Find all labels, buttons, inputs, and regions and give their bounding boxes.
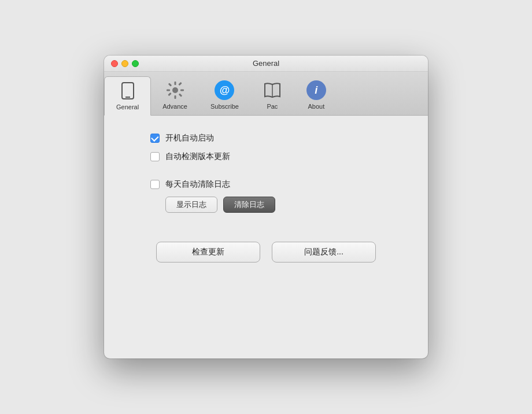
auto-clear-label: 每天自动清除日志 [165,179,230,190]
svg-rect-0 [122,83,134,99]
svg-rect-7 [168,83,171,86]
svg-point-2 [172,87,178,93]
tab-subscribe[interactable]: @ Subscribe [199,76,250,115]
maximize-button[interactable] [132,60,139,67]
show-log-button[interactable]: 显示日志 [165,197,217,213]
svg-rect-5 [167,90,170,91]
svg-rect-6 [180,90,184,91]
close-button[interactable] [111,60,118,67]
auto-update-checkbox[interactable] [150,152,160,161]
tab-advance[interactable]: Advance [151,76,199,115]
svg-rect-10 [178,82,182,86]
auto-update-label: 自动检测版本更新 [165,151,230,162]
content-area: 开机自动启动 自动检测版本更新 每天自动清除日志 显示日志 清除日志 检查更新 … [104,116,428,358]
log-section: 每天自动清除日志 显示日志 清除日志 [150,179,382,213]
main-window: General General [104,56,428,358]
phone-icon [117,80,138,101]
minimize-button[interactable] [121,60,128,67]
auto-start-label: 开机自动启动 [165,133,214,143]
info-icon: i [306,80,327,101]
log-buttons: 显示日志 清除日志 [165,197,382,213]
gear-icon [165,80,186,101]
tab-advance-label: Advance [162,103,187,110]
tab-pac[interactable]: Pac [250,76,294,115]
clear-log-button[interactable]: 清除日志 [223,197,275,213]
svg-rect-9 [168,93,171,96]
book-icon [262,80,283,101]
titlebar: General [104,56,428,72]
toolbar: General A [104,72,428,116]
top-checkboxes: 开机自动启动 自动检测版本更新 [150,133,382,162]
traffic-lights [111,60,139,67]
auto-start-checkbox[interactable] [150,134,160,143]
auto-update-row: 自动检测版本更新 [150,151,382,162]
tab-general[interactable]: General [104,76,151,116]
tab-about[interactable]: i About [294,76,338,115]
tab-about-label: About [308,103,325,110]
feedback-button[interactable]: 问题反馈... [272,242,376,263]
tab-subscribe-label: Subscribe [210,103,239,110]
at-icon: @ [214,80,235,101]
bottom-buttons: 检查更新 问题反馈... [150,242,382,274]
window-title: General [253,59,279,68]
svg-rect-8 [178,93,182,97]
auto-start-row: 开机自动启动 [150,133,382,143]
tab-pac-label: Pac [267,103,278,110]
tab-general-label: General [116,104,139,110]
auto-clear-checkbox[interactable] [150,180,160,189]
check-update-button[interactable]: 检查更新 [156,242,260,263]
auto-clear-row: 每天自动清除日志 [150,179,382,190]
svg-rect-4 [174,95,176,99]
svg-rect-3 [174,82,176,85]
